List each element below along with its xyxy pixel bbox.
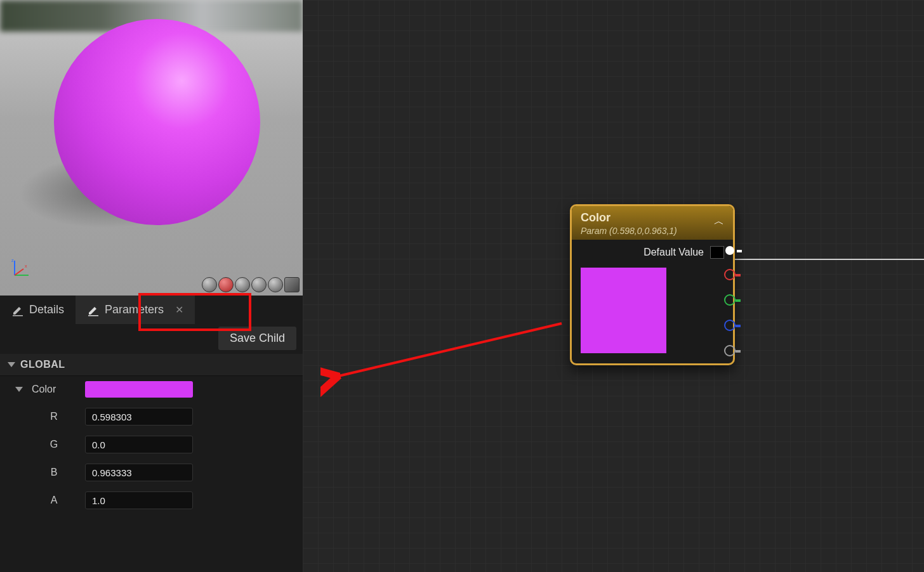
parameters-panel: GLOBAL Color R G B A xyxy=(0,354,303,572)
color-swatch[interactable] xyxy=(85,381,193,398)
edit-icon xyxy=(87,304,100,316)
param-row-r: R xyxy=(0,403,303,431)
preview-sphere xyxy=(54,19,260,225)
node-header[interactable]: Color Param (0.598,0,0.963,1) ︿ xyxy=(572,206,733,240)
node-output-pins xyxy=(724,246,736,356)
preview-shape-cube2[interactable] xyxy=(251,277,267,292)
axis-gizmo-icon: z x xyxy=(10,257,32,280)
param-row-g: G xyxy=(0,431,303,458)
preview-shape-plane[interactable] xyxy=(235,277,250,292)
svg-text:z: z xyxy=(11,258,14,263)
close-icon[interactable]: ✕ xyxy=(175,304,183,316)
channel-b-label: B xyxy=(32,467,76,478)
preview-shape-sphere[interactable] xyxy=(218,277,234,292)
tab-details[interactable]: Details xyxy=(0,296,76,324)
group-global-label: GLOBAL xyxy=(20,359,65,370)
preview-shape-cylinder[interactable] xyxy=(202,277,217,292)
param-row-b: B xyxy=(0,458,303,486)
node-title: Color xyxy=(581,211,724,224)
node-body: Default Value xyxy=(572,240,733,363)
channel-a-input[interactable] xyxy=(85,491,193,509)
param-color-label: Color xyxy=(32,384,76,395)
group-header-global[interactable]: GLOBAL xyxy=(0,354,303,376)
svg-rect-5 xyxy=(13,315,23,316)
pin-output-r[interactable] xyxy=(724,269,736,280)
pin-output-a[interactable] xyxy=(724,345,736,356)
preview-shape-selector xyxy=(202,277,300,292)
default-value-label: Default Value xyxy=(644,247,704,258)
node-output-wire[interactable] xyxy=(729,259,924,260)
channel-g-input[interactable] xyxy=(85,436,193,453)
chevron-down-icon xyxy=(8,362,15,367)
save-child-row: Save Child xyxy=(0,324,303,354)
preview-shape-mesh[interactable] xyxy=(268,277,283,292)
default-value-swatch[interactable] xyxy=(710,246,724,259)
preview-shape-custom[interactable] xyxy=(284,277,300,292)
details-tabs-row: Details Parameters ✕ xyxy=(0,296,303,324)
node-subtitle: Param (0.598,0,0.963,1) xyxy=(581,226,724,236)
node-preview-swatch xyxy=(581,268,666,353)
material-preview-viewport[interactable]: z x xyxy=(0,0,303,296)
channel-b-input[interactable] xyxy=(85,464,193,481)
channel-r-input[interactable] xyxy=(85,408,193,426)
left-panel: z x Details Parameters ✕ xyxy=(0,0,303,572)
tab-details-label: Details xyxy=(29,303,64,316)
tab-parameters[interactable]: Parameters ✕ xyxy=(76,296,195,324)
channel-a-label: A xyxy=(32,495,76,506)
svg-rect-6 xyxy=(88,315,98,316)
channel-r-label: R xyxy=(32,411,76,422)
svg-line-2 xyxy=(15,269,23,275)
pin-output-b[interactable] xyxy=(724,320,736,331)
pin-output-rgba[interactable] xyxy=(725,246,734,255)
param-row-color[interactable]: Color xyxy=(0,376,303,403)
edit-icon xyxy=(11,304,24,316)
node-default-value-row: Default Value xyxy=(581,246,724,259)
param-row-a: A xyxy=(0,486,303,514)
svg-text:x: x xyxy=(25,264,27,268)
node-color-param[interactable]: Color Param (0.598,0,0.963,1) ︿ Default … xyxy=(570,204,735,365)
pin-output-g[interactable] xyxy=(724,294,736,306)
save-child-button[interactable]: Save Child xyxy=(218,327,296,350)
chevron-down-icon xyxy=(15,387,23,392)
channel-g-label: G xyxy=(32,439,76,450)
chevron-up-icon[interactable]: ︿ xyxy=(714,215,724,228)
tab-parameters-label: Parameters xyxy=(105,303,164,316)
